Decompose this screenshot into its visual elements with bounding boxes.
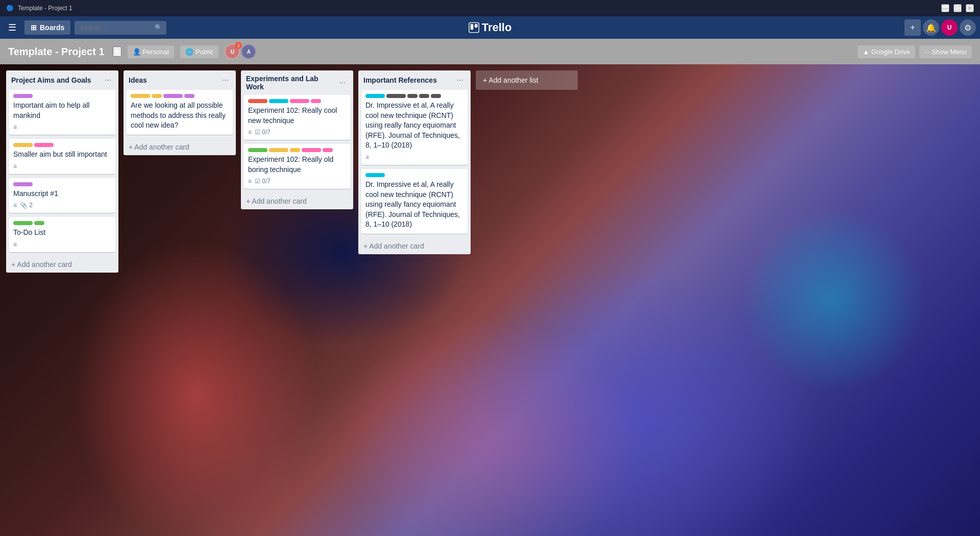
board-title[interactable]: Template - Project 1	[8, 46, 105, 58]
search-wrapper: 🔍	[75, 21, 166, 35]
card-label	[365, 94, 385, 98]
card-card4[interactable]: To-Do List≡	[9, 217, 115, 252]
card-label	[152, 94, 162, 98]
card-badge-attachment: 📎 2	[20, 202, 33, 209]
list-menu-button-list4[interactable]: ···	[455, 75, 465, 86]
list-header-list3: Experiments and Lab Work ···	[241, 70, 353, 95]
card-card6[interactable]: Experiment 102: Really cool new techniqu…	[244, 95, 350, 140]
card-card8[interactable]: Dr. Impressive et al, A really cool new …	[361, 90, 468, 165]
personal-icon: 👤	[133, 48, 141, 56]
card-labels-card7	[248, 148, 346, 152]
card-badge-checklist: ☑ 0/7	[255, 129, 271, 136]
card-label	[13, 143, 33, 147]
card-label	[13, 94, 33, 98]
card-badge-description: ≡	[13, 163, 17, 170]
window-title: Template - Project 1	[18, 5, 72, 12]
title-bar: 🔵 Template - Project 1 — □ ✕	[0, 0, 980, 16]
member-avatars: U 1 A	[225, 44, 256, 59]
list-list2: Ideas ··· Are we looking at all possible…	[124, 70, 236, 155]
card-title-card5: Are we looking at all possible methods t…	[131, 101, 226, 129]
card-label	[311, 99, 321, 103]
public-button[interactable]: 🌐 Public	[180, 45, 218, 58]
card-label	[34, 221, 44, 225]
google-drive-button[interactable]: ▲ Google Drive	[857, 45, 915, 58]
globe-icon: 🌐	[185, 48, 193, 56]
list-list4: Important References ··· Dr. Impressive …	[358, 70, 471, 254]
member-badge-count: 1	[235, 42, 242, 49]
list-header-list4: Important References ···	[358, 70, 471, 90]
card-badge-description: ≡	[248, 129, 252, 136]
board-background: Project Aims and Goals ··· Important aim…	[0, 64, 980, 536]
card-card9[interactable]: Dr. Impressive et al, A really cool new …	[361, 169, 468, 234]
minimize-button[interactable]: —	[941, 4, 949, 12]
card-labels-card2	[13, 143, 111, 147]
card-footer-card3: ≡📎 2	[13, 202, 111, 209]
card-labels-card3	[13, 182, 111, 186]
card-footer-card8: ≡	[365, 154, 463, 161]
card-badge-description: ≡	[13, 124, 17, 131]
card-label	[184, 94, 194, 98]
boards-icon: ⊞	[31, 23, 37, 32]
add-button[interactable]: +	[904, 19, 921, 36]
card-card5[interactable]: Are we looking at all possible methods t…	[127, 90, 233, 135]
trello-logo: Trello	[469, 21, 512, 34]
svg-rect-2	[475, 24, 478, 28]
hamburger-button[interactable]: ☰	[4, 20, 20, 35]
card-label	[290, 148, 300, 152]
card-label	[269, 148, 288, 152]
card-badge-checklist: ☑ 0/7	[255, 178, 271, 185]
card-badge-description: ≡	[13, 202, 17, 209]
gear-icon: ⚙	[964, 23, 971, 33]
list-list3: Experiments and Lab Work ··· Experiment …	[241, 70, 353, 209]
list-header-list2: Ideas ···	[124, 70, 236, 90]
app-header: ☰ ⊞ Boards 🔍 Trello + 🔔 U ⚙	[0, 16, 980, 39]
card-card2[interactable]: Smaller aim but still important≡	[9, 139, 115, 174]
card-label	[131, 94, 150, 98]
card-card1[interactable]: Important aim to help all mankind≡	[9, 90, 115, 135]
card-label	[323, 148, 333, 152]
maximize-button[interactable]: □	[953, 4, 962, 12]
card-label	[419, 94, 429, 98]
card-label	[248, 148, 267, 152]
card-labels-card4	[13, 221, 111, 225]
card-footer-card1: ≡	[13, 124, 111, 131]
list-list1: Project Aims and Goals ··· Important aim…	[6, 70, 118, 273]
star-button[interactable]: ★	[113, 46, 121, 57]
card-label	[163, 94, 183, 98]
close-button[interactable]: ✕	[966, 4, 974, 12]
settings-button[interactable]: ⚙	[960, 19, 976, 36]
card-label	[13, 182, 33, 186]
card-labels-card1	[13, 94, 111, 98]
card-badge-description: ≡	[365, 154, 369, 161]
personal-button[interactable]: 👤 Personal	[128, 45, 174, 58]
list-cards-list2: Are we looking at all possible methods t…	[124, 90, 236, 139]
card-card7[interactable]: Experiment 102: Really old boring techni…	[244, 144, 350, 189]
add-card-button-list4[interactable]: + Add another card	[358, 238, 471, 254]
add-icon: +	[910, 23, 915, 32]
add-list-button[interactable]: + Add another list	[476, 70, 578, 90]
card-label	[34, 143, 54, 147]
list-menu-button-list1[interactable]: ···	[103, 75, 113, 86]
add-card-button-list1[interactable]: + Add another card	[6, 256, 118, 273]
show-menu-button[interactable]: ··· Show Menu	[919, 45, 972, 58]
member-avatar-2[interactable]: A	[241, 44, 256, 59]
add-card-button-list2[interactable]: + Add another card	[124, 139, 236, 155]
add-card-button-list3[interactable]: + Add another card	[241, 193, 353, 209]
list-menu-button-list3[interactable]: ···	[337, 77, 348, 88]
card-label	[407, 94, 418, 98]
card-label	[365, 173, 385, 177]
notification-button[interactable]: 🔔	[923, 19, 939, 36]
card-title-card6: Experiment 102: Really cool new techniqu…	[248, 106, 337, 125]
svg-rect-1	[471, 24, 474, 30]
user-avatar[interactable]: U	[941, 19, 958, 36]
show-menu-label: Show Menu	[932, 48, 967, 56]
card-badge-description: ≡	[248, 178, 252, 185]
card-card3[interactable]: Manuscript #1≡📎 2	[9, 178, 115, 213]
search-input[interactable]	[75, 21, 166, 35]
list-menu-button-list2[interactable]: ···	[220, 75, 231, 86]
card-label	[13, 221, 33, 225]
list-title-list1: Project Aims and Goals	[11, 76, 103, 84]
boards-button[interactable]: ⊞ Boards	[24, 20, 70, 35]
trello-text: Trello	[482, 21, 512, 34]
card-label	[302, 148, 321, 152]
